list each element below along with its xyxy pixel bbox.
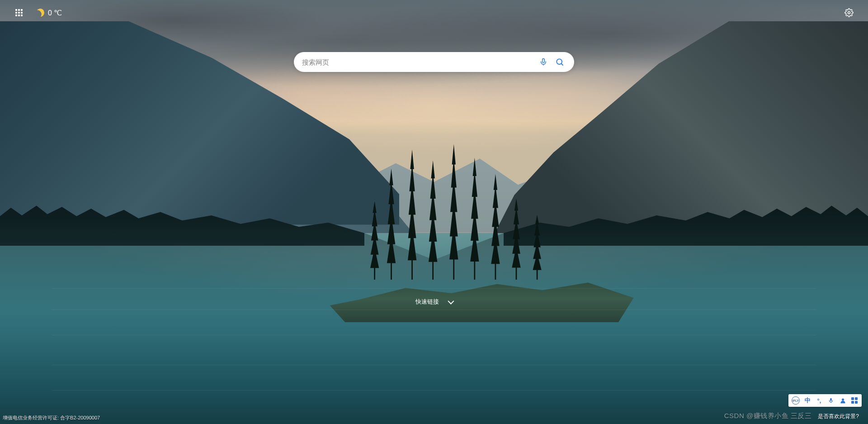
- quick-links-toggle[interactable]: 快速链接: [409, 295, 459, 309]
- ime-logo-icon: iFLY: [792, 396, 800, 405]
- person-icon: [840, 397, 846, 404]
- search-icon: [555, 57, 564, 67]
- temperature-text: 0 ℃: [48, 9, 62, 17]
- chevron-down-icon: [448, 298, 454, 305]
- legal-notice: 增值电信业务经营许可证: 合字B2-20090007: [3, 414, 100, 421]
- svg-rect-1: [542, 59, 545, 63]
- microphone-icon: [539, 58, 547, 66]
- ime-language-button[interactable]: 中: [802, 395, 813, 406]
- apps-launcher-button[interactable]: [12, 5, 26, 20]
- search-bar[interactable]: [294, 52, 574, 72]
- ime-logo-button[interactable]: iFLY: [790, 395, 801, 406]
- moon-icon: [35, 7, 45, 18]
- settings-button[interactable]: [842, 5, 856, 20]
- search-button[interactable]: [552, 54, 568, 70]
- weather-widget[interactable]: 0 ℃: [36, 9, 62, 17]
- background-feedback-link[interactable]: 是否喜欢此背景?: [818, 413, 859, 420]
- ime-language-label: 中: [805, 396, 811, 405]
- watermark-text: CSDN @赚钱养小鱼 三反三: [724, 412, 812, 420]
- ime-voice-button[interactable]: [826, 395, 836, 406]
- ime-punctuation-button[interactable]: °,: [814, 395, 825, 406]
- microphone-icon: [828, 397, 834, 404]
- gear-icon: [844, 8, 854, 17]
- svg-line-4: [561, 64, 563, 66]
- voice-search-button[interactable]: [535, 54, 552, 70]
- ime-profile-button[interactable]: [837, 395, 848, 406]
- ime-toolbar[interactable]: iFLY 中 °,: [788, 394, 862, 407]
- grid-icon: [851, 397, 858, 404]
- quick-links-label: 快速链接: [415, 298, 439, 306]
- svg-point-0: [848, 12, 850, 14]
- svg-point-3: [557, 59, 562, 64]
- svg-rect-5: [830, 398, 832, 401]
- apps-grid-icon: [15, 9, 23, 16]
- search-input[interactable]: [302, 58, 535, 66]
- ime-tools-button[interactable]: [849, 395, 860, 406]
- ime-punctuation-label: °,: [817, 397, 821, 404]
- svg-point-7: [842, 398, 844, 400]
